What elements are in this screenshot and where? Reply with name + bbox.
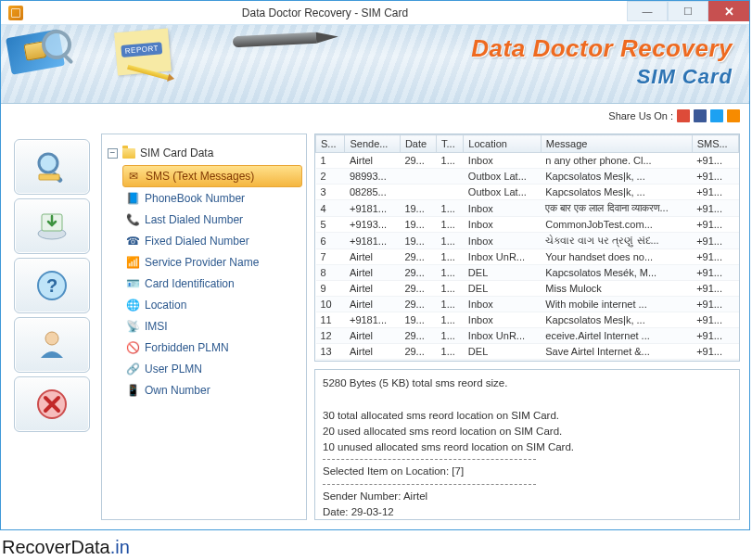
app-window: Data Doctor Recovery - SIM Card — ☐ ✕ RE… — [0, 0, 750, 530]
tree-panel: − SIM Card Data ✉SMS (Text Messages) 📘Ph… — [101, 134, 307, 520]
tree-root-label: SIM Card Data — [140, 146, 213, 159]
brand-sub-text: SIM Card — [471, 65, 733, 89]
content-area: ? − SIM Card Data ✉SMS (Text Messages) 📘… — [1, 128, 749, 529]
divider — [323, 459, 536, 460]
column-header[interactable]: SMS... — [692, 135, 738, 153]
tree-item-last-dialed[interactable]: 📞Last Dialed Number — [122, 210, 302, 230]
table-row[interactable]: 11+9181...19...1...InboxKapcsolatos Mes|… — [316, 312, 739, 328]
brand-main-text: Data Doctor Recovery — [471, 34, 733, 63]
table-row[interactable]: 10Airtel29...1...InboxWith mobile intern… — [316, 297, 739, 312]
table-row[interactable]: 9Airtel29...1...DEL Miss Mulock+91... — [316, 281, 739, 297]
svg-point-7 — [45, 332, 58, 345]
envelope-icon: ✉ — [127, 170, 140, 183]
tree-root: − SIM Card Data ✉SMS (Text Messages) 📘Ph… — [106, 142, 302, 401]
pencil-icon — [127, 65, 170, 81]
pen-icon — [233, 32, 317, 48]
sms-table[interactable]: S...Sende...DateT...LocationMessageSMS..… — [314, 134, 740, 362]
phone-red-icon: ☎ — [126, 235, 139, 248]
table-row[interactable]: 298993...Outbox Lat...Kapcsolatos Mes|k,… — [316, 169, 739, 185]
user-button[interactable] — [14, 317, 90, 373]
titlebar: Data Doctor Recovery - SIM Card — ☐ ✕ — [1, 1, 749, 25]
signal-icon: 📡 — [126, 320, 139, 333]
share-label: Share Us On : — [608, 110, 673, 121]
tree-item-fixed-dialed[interactable]: ☎Fixed Dialed Number — [122, 231, 302, 251]
column-header[interactable]: Sende... — [345, 135, 400, 153]
network-icon: 🔗 — [126, 363, 139, 375]
log-line: Date: 29-03-12 — [323, 504, 732, 520]
tree-item-forbidden-plmn[interactable]: 🚫Forbidden PLMN — [122, 337, 302, 358]
tree-item-imsi[interactable]: 📡IMSI — [122, 316, 302, 337]
google-plus-icon[interactable] — [677, 109, 690, 122]
magnifier-icon — [42, 30, 71, 59]
column-header[interactable]: Message — [541, 135, 692, 153]
exit-button[interactable] — [14, 376, 90, 432]
footer-brand: RecoverData.in — [2, 537, 130, 558]
column-header[interactable]: T... — [437, 135, 464, 153]
table-row[interactable]: 5+9193...19...1...InboxCommonJobTest.com… — [316, 217, 739, 233]
folder-icon — [122, 148, 135, 159]
tree-item-user-plmn[interactable]: 🔗User PLMN — [122, 359, 302, 379]
notepad-icon: REPORT — [114, 29, 172, 76]
table-header-row: S...Sende...DateT...LocationMessageSMS..… — [316, 135, 739, 153]
table-row[interactable]: 13Airtel29...1...DELSave Airtel Internet… — [316, 344, 739, 360]
tree-item-phonebook[interactable]: 📘PhoneBook Number — [122, 188, 302, 209]
details-panel: 5280 Bytes (5 KB) total sms reord size. … — [314, 369, 740, 520]
log-line: 5280 Bytes (5 KB) total sms reord size. — [323, 375, 732, 391]
minimize-button[interactable]: — — [627, 1, 668, 21]
close-button[interactable]: ✕ — [708, 1, 749, 21]
table-row[interactable]: 308285...Outbox Lat...Kapcsolatos Mes|k,… — [316, 185, 739, 200]
svg-point-0 — [39, 154, 57, 172]
log-line: 30 total allocated sms reord location on… — [323, 408, 732, 424]
help-button[interactable]: ? — [14, 258, 90, 313]
log-line: 10 unused allocated sms reord location o… — [323, 439, 732, 455]
blocked-icon: 🚫 — [126, 341, 139, 354]
table-row[interactable]: 8Airtel29...1...DELKapcsolatos Mesék, M.… — [316, 265, 739, 281]
table-row[interactable]: 14Airtel29...1...DELn any other phone. C… — [316, 360, 739, 363]
header-banner: REPORT Data Doctor Recovery SIM Card — [1, 25, 749, 104]
column-header[interactable]: Location — [464, 135, 541, 153]
phone-icon: 📞 — [126, 213, 139, 226]
tree-item-sms[interactable]: ✉SMS (Text Messages) — [122, 165, 302, 187]
rss-icon[interactable] — [727, 109, 740, 122]
divider — [323, 484, 536, 485]
right-column: S...Sende...DateT...LocationMessageSMS..… — [314, 134, 740, 520]
book-icon: 📘 — [126, 192, 139, 205]
tree-item-location[interactable]: 🌐Location — [122, 295, 302, 315]
table-row[interactable]: 1Airtel29...1...Inboxn any other phone. … — [316, 153, 739, 169]
tree-root-node[interactable]: − SIM Card Data — [106, 142, 302, 164]
app-icon — [8, 6, 23, 20]
search-button[interactable] — [14, 139, 90, 195]
svg-rect-2 — [39, 174, 59, 180]
left-toolbar: ? — [10, 134, 94, 520]
log-line: Selected Item on Location: [7] — [323, 464, 732, 479]
table-row[interactable]: 7Airtel29...1...Inbox UnR...Your handset… — [316, 249, 739, 265]
window-controls: — ☐ ✕ — [627, 1, 749, 24]
own-phone-icon: 📱 — [126, 384, 139, 397]
log-line: 20 used allocated sms reord location on … — [323, 424, 732, 439]
report-badge: REPORT — [121, 42, 162, 57]
save-button[interactable] — [14, 198, 90, 254]
id-card-icon: 🪪 — [126, 277, 139, 290]
log-line: Sender Number: Airtel — [323, 489, 732, 504]
collapse-icon[interactable]: − — [108, 148, 118, 159]
antenna-icon: 📶 — [126, 256, 139, 269]
table-row[interactable]: 6+9181...19...1...Inboxચેક્વાર વાગ પર ત્… — [316, 233, 739, 249]
banner-graphic: REPORT — [8, 31, 170, 73]
window-title: Data Doctor Recovery - SIM Card — [23, 6, 627, 19]
facebook-icon[interactable] — [694, 109, 707, 122]
twitter-icon[interactable] — [710, 109, 723, 122]
tree-item-card-id[interactable]: 🪪Card Identification — [122, 274, 302, 294]
maximize-button[interactable]: ☐ — [668, 1, 708, 21]
tree-item-own-number[interactable]: 📱Own Number — [122, 380, 302, 401]
column-header[interactable]: S... — [316, 135, 345, 153]
share-bar: Share Us On : — [1, 104, 749, 126]
svg-text:?: ? — [46, 275, 57, 296]
table-row[interactable]: 12Airtel29...1...Inbox UnR...eceive.Airt… — [316, 328, 739, 344]
globe-icon: 🌐 — [126, 299, 139, 312]
table-row[interactable]: 4+9181...19...1...Inboxएक बार एक लाल दिव… — [316, 200, 739, 217]
column-header[interactable]: Date — [400, 135, 436, 153]
tree-item-service-provider[interactable]: 📶Service Provider Name — [122, 252, 302, 273]
banner-title: Data Doctor Recovery SIM Card — [471, 34, 733, 89]
